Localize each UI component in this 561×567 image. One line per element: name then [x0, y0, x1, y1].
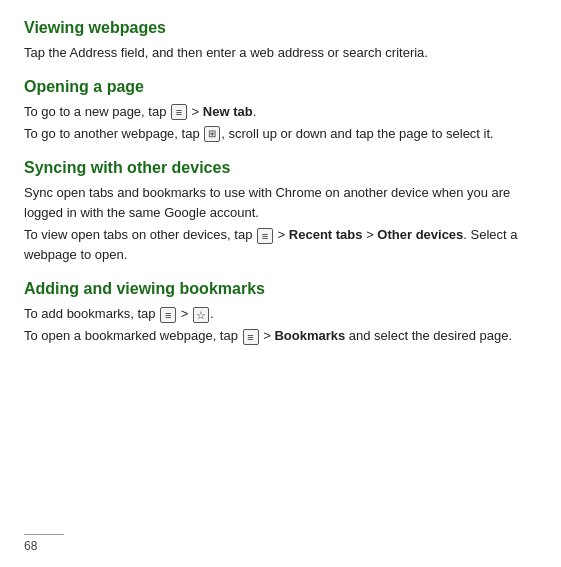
new-tab-label: New tab [203, 104, 253, 119]
other-devices-label: Other devices [377, 227, 463, 242]
section-body-syncing: Sync open tabs and bookmarks to use with… [24, 183, 537, 266]
menu-icon-2 [257, 228, 273, 244]
recent-tabs-label: Recent tabs [289, 227, 363, 242]
section-body-opening-a-page: To go to a new page, tap > New tab. To g… [24, 102, 537, 144]
opening-page-para1: To go to a new page, tap > New tab. [24, 102, 537, 122]
syncing-para1: Sync open tabs and bookmarks to use with… [24, 183, 537, 223]
page-content: Viewing webpages Tap the Address field, … [0, 0, 561, 378]
star-icon-1 [193, 307, 209, 323]
section-syncing: Syncing with other devices Sync open tab… [24, 158, 537, 265]
section-title-bookmarks: Adding and viewing bookmarks [24, 279, 537, 300]
tabs-icon-1 [204, 126, 220, 142]
section-title-viewing-webpages: Viewing webpages [24, 18, 537, 39]
bookmarks-para2: To open a bookmarked webpage, tap > Book… [24, 326, 537, 346]
section-bookmarks: Adding and viewing bookmarks To add book… [24, 279, 537, 346]
menu-icon-3 [160, 307, 176, 323]
menu-icon-1 [171, 104, 187, 120]
menu-icon-4 [243, 329, 259, 345]
page-number: 68 [24, 539, 37, 553]
bookmarks-para1: To add bookmarks, tap > . [24, 304, 537, 324]
section-body-bookmarks: To add bookmarks, tap > . To open a book… [24, 304, 537, 346]
opening-page-para2: To go to another webpage, tap , scroll u… [24, 124, 537, 144]
page-divider [24, 534, 64, 535]
section-title-syncing: Syncing with other devices [24, 158, 537, 179]
section-viewing-webpages: Viewing webpages Tap the Address field, … [24, 18, 537, 63]
section-body-viewing-webpages: Tap the Address field, and then enter a … [24, 43, 537, 63]
syncing-para2: To view open tabs on other devices, tap … [24, 225, 537, 265]
section-title-opening-a-page: Opening a page [24, 77, 537, 98]
section-opening-a-page: Opening a page To go to a new page, tap … [24, 77, 537, 144]
bookmarks-label: Bookmarks [274, 328, 345, 343]
viewing-webpages-para1: Tap the Address field, and then enter a … [24, 43, 537, 63]
